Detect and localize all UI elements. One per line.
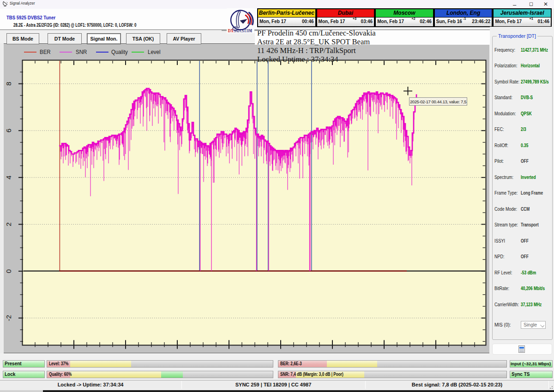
- svg-text:-2: -2: [5, 315, 12, 321]
- svg-text:4: 4: [5, 176, 12, 179]
- svg-text:8: 8: [5, 82, 12, 85]
- svg-text:6: 6: [5, 129, 12, 132]
- svg-text:SATCS.COM: SATCS.COM: [234, 28, 252, 33]
- svg-text:2: 2: [5, 222, 12, 226]
- svg-text:0: 0: [5, 269, 12, 273]
- svg-text:DX: DX: [228, 28, 234, 33]
